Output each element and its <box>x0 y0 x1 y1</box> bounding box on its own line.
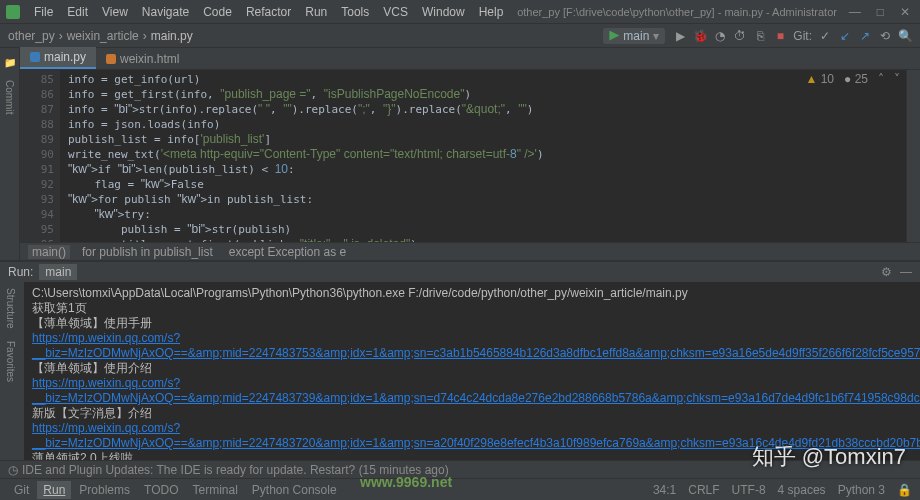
menu-navigate[interactable]: Navigate <box>136 3 195 21</box>
inspection-indicators: 10 25 ˄ ˅ <box>805 72 900 86</box>
line-ending[interactable]: CRLF <box>688 483 719 497</box>
encoding[interactable]: UTF-8 <box>732 483 766 497</box>
search-icon[interactable]: 🔍 <box>898 29 912 43</box>
console-link[interactable]: https://mp.weixin.qq.com/s?__biz=MzIzODM… <box>32 421 912 451</box>
navigation-bar: other_py›weixin_article›main.py main ▾ ▶… <box>0 24 920 48</box>
tool-window-git[interactable]: Git <box>8 481 35 499</box>
message-bar: ◷ IDE and Plugin Updates: The IDE is rea… <box>0 460 920 478</box>
console-line: 薄单领域2.0上线啦 <box>32 451 912 460</box>
warnings-count[interactable]: 10 <box>805 72 834 86</box>
run-title: Run: <box>8 265 33 279</box>
editor-tab[interactable]: weixin.html <box>96 49 189 69</box>
code-editor[interactable]: 85 86 87 88 89 90 91 92 93 94 95 96 97 i… <box>20 70 920 242</box>
stop-icon[interactable]: ■ <box>773 29 787 43</box>
weak-warnings-count[interactable]: 25 <box>844 72 868 86</box>
structure-crumb[interactable]: except Exception as e <box>225 245 350 259</box>
chevron-down-icon[interactable]: ˅ <box>894 72 900 86</box>
console-line: 【薄单领域】使用介绍 <box>32 361 912 376</box>
breadcrumb-item[interactable]: other_py <box>8 29 55 43</box>
vcs-push-icon[interactable]: ↗ <box>858 29 872 43</box>
coverage-icon[interactable]: ◔ <box>713 29 727 43</box>
profile-icon[interactable]: ⏱ <box>733 29 747 43</box>
run-icon[interactable]: ▶ <box>673 29 687 43</box>
tool-window-terminal[interactable]: Terminal <box>187 481 244 499</box>
console-line: C:\Users\tomxi\AppData\Local\Programs\Py… <box>32 286 912 301</box>
run-header: Run: main ⚙ — <box>0 262 920 282</box>
file-icon <box>30 52 40 62</box>
editor-tabs: main.pyweixin.html <box>20 48 920 70</box>
app-icon <box>6 5 20 19</box>
git-label: Git: <box>793 29 812 43</box>
breadcrumb-item[interactable]: main.py <box>151 29 193 43</box>
vcs-history-icon[interactable]: ⟲ <box>878 29 892 43</box>
main-menu: FileEditViewNavigateCodeRefactorRunTools… <box>28 3 509 21</box>
menu-window[interactable]: Window <box>416 3 471 21</box>
menu-edit[interactable]: Edit <box>61 3 94 21</box>
menu-file[interactable]: File <box>28 3 59 21</box>
caret-position[interactable]: 34:1 <box>653 483 676 497</box>
breadcrumb: other_py›weixin_article›main.py <box>8 29 193 43</box>
tool-window-problems[interactable]: Problems <box>73 481 136 499</box>
run-tool-window: Run: main ⚙ — ▶ ■ ⏸ ⬇ ↑ 🖶 🗑 C:\Users\tom… <box>0 260 920 460</box>
left-tool-rail-bottom: Structure Favorites <box>0 280 20 478</box>
favorites-tool[interactable]: Favorites <box>5 341 16 382</box>
file-icon <box>106 54 116 64</box>
vcs-update-icon[interactable]: ✓ <box>818 29 832 43</box>
structure-breadcrumb: main()for publish in publish_listexcept … <box>20 242 920 260</box>
lock-icon[interactable]: 🔒 <box>897 483 912 497</box>
console-link[interactable]: https://mp.weixin.qq.com/s?__biz=MzIzODM… <box>32 331 912 361</box>
console-line: 新版【文字消息】介绍 <box>32 406 912 421</box>
structure-crumb[interactable]: for publish in publish_list <box>78 245 217 259</box>
breadcrumb-item[interactable]: weixin_article <box>67 29 139 43</box>
ide-message[interactable]: IDE and Plugin Updates: The IDE is ready… <box>22 463 449 477</box>
tool-window-python-console[interactable]: Python Console <box>246 481 343 499</box>
menu-view[interactable]: View <box>96 3 134 21</box>
project-tool[interactable]: 📁 <box>4 56 15 68</box>
line-gutter: 85 86 87 88 89 90 91 92 93 94 95 96 97 <box>20 70 60 242</box>
gear-icon[interactable]: ⚙ <box>881 265 892 279</box>
attach-icon[interactable]: ⎘ <box>753 29 767 43</box>
titlebar: FileEditViewNavigateCodeRefactorRunTools… <box>0 0 920 24</box>
tool-window-tabs: GitRunProblemsTODOTerminalPython Console <box>8 481 343 499</box>
left-tool-rail: 📁 Commit <box>0 48 20 260</box>
language[interactable]: Python 3 <box>838 483 885 497</box>
console-line: 获取第1页 <box>32 301 912 316</box>
tool-window-run[interactable]: Run <box>37 481 71 499</box>
indent[interactable]: 4 spaces <box>778 483 826 497</box>
debug-icon[interactable]: 🐞 <box>693 29 707 43</box>
menu-tools[interactable]: Tools <box>335 3 375 21</box>
maximize-button[interactable]: □ <box>873 5 888 19</box>
structure-crumb[interactable]: main() <box>28 245 70 259</box>
vcs-commit-icon[interactable]: ↙ <box>838 29 852 43</box>
chevron-up-icon[interactable]: ˄ <box>878 72 884 86</box>
window-controls: — □ ✕ <box>845 5 914 19</box>
menu-vcs[interactable]: VCS <box>377 3 414 21</box>
menu-help[interactable]: Help <box>473 3 510 21</box>
structure-tool[interactable]: Structure <box>5 288 16 329</box>
close-button[interactable]: ✕ <box>896 5 914 19</box>
window-title: other_py [F:\drive\code\python\other_py]… <box>509 6 844 18</box>
run-tab[interactable]: main <box>39 264 77 280</box>
menu-run[interactable]: Run <box>299 3 333 21</box>
menu-refactor[interactable]: Refactor <box>240 3 297 21</box>
statusbar: GitRunProblemsTODOTerminalPython Console… <box>0 478 920 500</box>
run-config-selector[interactable]: main ▾ <box>603 28 665 44</box>
minimize-button[interactable]: — <box>845 5 865 19</box>
console-link[interactable]: https://mp.weixin.qq.com/s?__biz=MzIzODM… <box>32 376 912 406</box>
console-output[interactable]: C:\Users\tomxi\AppData\Local\Programs\Py… <box>24 282 920 460</box>
console-line: 【薄单领域】使用手册 <box>32 316 912 331</box>
event-log-icon[interactable]: ◷ <box>8 463 18 477</box>
editor-tab[interactable]: main.py <box>20 47 96 69</box>
code-content[interactable]: info = get_info(url) info = get_first(in… <box>60 70 920 242</box>
hide-icon[interactable]: — <box>900 265 912 279</box>
commit-tool[interactable]: Commit <box>4 80 15 114</box>
tool-window-todo[interactable]: TODO <box>138 481 184 499</box>
scrollbar-rail[interactable] <box>906 70 920 242</box>
menu-code[interactable]: Code <box>197 3 238 21</box>
